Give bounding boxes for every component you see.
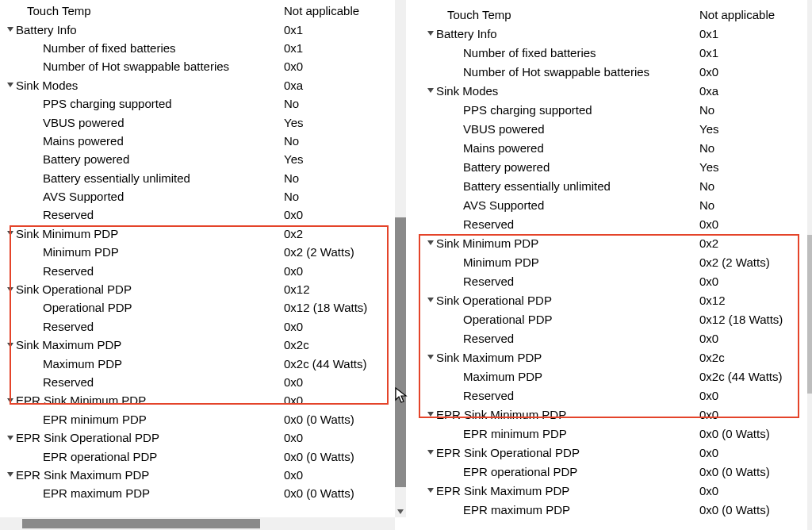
tree-item-row: Reserved0x0	[420, 386, 807, 405]
tree-label: Sink Maximum PDP	[436, 351, 542, 364]
tree-value: Yes	[699, 160, 718, 174]
vertical-scrollbar-track[interactable]	[807, 0, 812, 530]
tree-group-row[interactable]: Sink Operational PDP0x12	[0, 280, 395, 298]
tree-value: 0x2c	[699, 351, 725, 364]
tree-label: Battery powered	[463, 160, 550, 174]
vertical-scrollbar-thumb[interactable]	[807, 235, 812, 394]
chevron-down-icon[interactable]	[5, 229, 16, 237]
tree-value: 0x0	[699, 389, 718, 402]
tree-value: Not applicable	[284, 4, 359, 17]
tree-label: EPR Sink Maximum PDP	[436, 484, 569, 497]
tree-item-row: Reserved0x0	[420, 271, 807, 290]
chevron-down-icon[interactable]	[425, 86, 436, 94]
tree-item-row: Minimum PDP0x2 (2 Watts)	[0, 243, 395, 261]
tree-item-row: EPR operational PDP0x0 (0 Watts)	[420, 462, 807, 481]
tree-group-row[interactable]: Sink Operational PDP0x12	[420, 290, 807, 309]
tree-item-row: EPR minimum PDP0x0 (0 Watts)	[420, 424, 807, 443]
tree-value: 0x0 (0 Watts)	[699, 465, 770, 478]
tree-value: No	[284, 190, 299, 203]
tree-item-row: Reserved0x0	[0, 317, 395, 336]
tree-label: EPR Sink Operational PDP	[16, 431, 159, 444]
tree-group-row[interactable]: Sink Minimum PDP0x2	[0, 225, 395, 243]
tree-value: 0x0	[284, 375, 303, 389]
tree-value: 0x0	[699, 408, 718, 421]
tree-group-row[interactable]: Sink Modes0xa	[420, 81, 807, 100]
horizontal-scrollbar-track[interactable]	[0, 517, 395, 530]
tree-item-row: Number of fixed batteries0x1	[0, 39, 395, 57]
chevron-down-icon[interactable]	[5, 397, 16, 405]
tree-value: 0x0 (0 Watts)	[699, 427, 770, 440]
tree-value: 0x0	[699, 275, 718, 288]
tree-value: 0x1	[699, 27, 718, 40]
tree-value: 0x2 (2 Watts)	[284, 245, 354, 259]
tree-label: VBUS powered	[463, 122, 545, 136]
chevron-down-icon[interactable]	[5, 434, 16, 442]
tree-item-row: EPR maximum PDP0x0 (0 Watts)	[420, 500, 807, 519]
chevron-down-icon[interactable]	[5, 81, 16, 89]
chevron-down-icon[interactable]	[425, 29, 436, 37]
chevron-down-icon[interactable]	[5, 470, 16, 478]
tree-group-row[interactable]: EPR Sink Operational PDP0x0	[420, 443, 807, 462]
right-pane: Touch TempNot applicableBattery Info0x1N…	[406, 0, 812, 530]
tree-label: Reserved	[43, 208, 94, 221]
vertical-scrollbar-thumb[interactable]	[395, 217, 406, 487]
tree-label: Mains powered	[43, 134, 124, 148]
tree-group-row[interactable]: Battery Info0x1	[0, 20, 395, 38]
tree-value: 0x2	[284, 227, 303, 240]
tree-label: Sink Operational PDP	[16, 282, 132, 296]
left-pane: Touch TempNot applicableBattery Info0x1N…	[0, 0, 406, 530]
tree-group-row[interactable]: Sink Maximum PDP0x2c	[0, 336, 395, 354]
tree-value: 0x0 (0 Watts)	[699, 503, 770, 517]
tree-value: 0x12 (18 Watts)	[699, 313, 783, 326]
tree-label: Reserved	[463, 217, 514, 231]
chevron-down-icon[interactable]	[5, 341, 16, 349]
tree-group-row[interactable]: Sink Maximum PDP0x2c	[420, 348, 807, 367]
chevron-down-icon[interactable]	[5, 25, 16, 33]
tree-group-row[interactable]: Sink Modes0xa	[0, 76, 395, 94]
chevron-down-icon[interactable]	[425, 486, 436, 494]
tree-label: EPR Sink Minimum PDP	[436, 408, 566, 421]
tree-group-row[interactable]: EPR Sink Minimum PDP0x0	[0, 391, 395, 409]
tree-group-row[interactable]: EPR Sink Operational PDP0x0	[0, 428, 395, 447]
tree-value: No	[284, 134, 299, 148]
tree-label: EPR operational PDP	[463, 465, 577, 478]
tree-item-row: Battery essentially unlimitedNo	[0, 169, 395, 187]
horizontal-scrollbar-thumb[interactable]	[22, 519, 260, 528]
tree-label: Minimum PDP	[463, 255, 539, 269]
tree-label: Number of Hot swappable batteries	[43, 60, 229, 73]
tree-item-row: Operational PDP0x12 (18 Watts)	[0, 298, 395, 317]
tree-item-row: Number of Hot swappable batteries0x0	[420, 62, 807, 81]
tree-value: 0x0	[284, 394, 303, 407]
tree-group-row[interactable]: Battery Info0x1	[420, 24, 807, 43]
tree-label: Minimum PDP	[43, 245, 119, 259]
tree-label: Reserved	[463, 275, 514, 288]
tree-item-row: EPR maximum PDP0x0 (0 Watts)	[0, 484, 395, 502]
chevron-down-icon[interactable]	[425, 353, 436, 361]
tree-group-row[interactable]: EPR Sink Maximum PDP0x0	[420, 481, 807, 500]
tree-label: PPS charging supported	[43, 97, 172, 110]
tree-item-row: Reserved0x0	[0, 373, 395, 391]
tree-label: Reserved	[43, 320, 94, 333]
tree-group-row[interactable]: EPR Sink Minimum PDP0x0	[420, 405, 807, 424]
tree-group-row[interactable]: Sink Minimum PDP0x2	[420, 233, 807, 252]
right-tree: Touch TempNot applicableBattery Info0x1N…	[406, 0, 807, 519]
tree-value: 0x2c	[284, 338, 309, 351]
tree-group-row[interactable]: EPR Sink Maximum PDP0x0	[0, 466, 395, 484]
tree-value: No	[699, 141, 714, 155]
tree-label: Sink Modes	[16, 79, 78, 92]
tree-item-row: Number of fixed batteries0x1	[420, 43, 807, 62]
tree-label: Number of fixed batteries	[463, 46, 596, 60]
chevron-down-icon[interactable]	[425, 239, 436, 247]
scroll-down-button[interactable]	[395, 506, 406, 517]
tree-label: EPR minimum PDP	[463, 427, 567, 440]
tree-label: Operational PDP	[463, 313, 553, 326]
tree-label: Sink Minimum PDP	[16, 227, 118, 240]
vertical-scrollbar-track[interactable]	[395, 0, 406, 506]
tree-item-row: VBUS poweredYes	[420, 119, 807, 138]
chevron-down-icon[interactable]	[425, 296, 436, 304]
chevron-down-icon[interactable]	[425, 448, 436, 456]
tree-value: 0x0	[284, 208, 303, 221]
chevron-down-icon[interactable]	[5, 286, 16, 294]
tree-label: PPS charging supported	[463, 103, 592, 117]
chevron-down-icon[interactable]	[425, 410, 436, 418]
